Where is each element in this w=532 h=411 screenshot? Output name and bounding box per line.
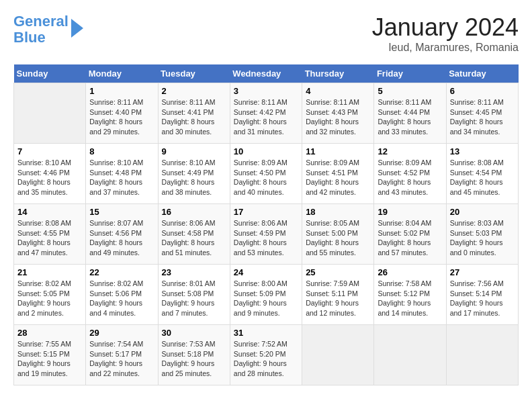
logo-text: General Blue <box>13 13 69 46</box>
day-info: Sunrise: 8:08 AMSunset: 4:54 PMDaylight:… <box>450 158 515 197</box>
day-info: Sunrise: 8:11 AMSunset: 4:45 PMDaylight:… <box>450 97 515 137</box>
day-number: 6 <box>450 86 515 96</box>
calendar-cell <box>14 83 86 144</box>
calendar-cell: 15 Sunrise: 8:07 AMSunset: 4:56 PMDaylig… <box>86 204 158 265</box>
calendar-cell: 16 Sunrise: 8:06 AMSunset: 4:58 PMDaylig… <box>158 204 230 265</box>
day-info: Sunrise: 8:11 AMSunset: 4:42 PMDaylight:… <box>234 97 298 137</box>
day-info: Sunrise: 8:11 AMSunset: 4:41 PMDaylight:… <box>162 97 226 137</box>
day-number: 18 <box>306 207 370 217</box>
day-info: Sunrise: 8:08 AMSunset: 4:55 PMDaylight:… <box>17 218 82 258</box>
calendar-cell: 23 Sunrise: 8:01 AMSunset: 5:08 PMDaylig… <box>158 265 230 325</box>
day-number: 15 <box>89 207 154 217</box>
day-number: 13 <box>450 146 515 156</box>
day-info: Sunrise: 8:00 AMSunset: 5:09 PMDaylight:… <box>234 279 298 318</box>
day-info: Sunrise: 8:02 AMSunset: 5:05 PMDaylight:… <box>17 279 82 318</box>
day-number: 5 <box>378 86 442 96</box>
day-number: 28 <box>17 328 82 338</box>
day-number: 10 <box>234 146 298 156</box>
col-monday: Monday <box>86 64 158 83</box>
logo-blue: Blue <box>13 29 46 46</box>
calendar-cell: 5 Sunrise: 8:11 AMSunset: 4:44 PMDayligh… <box>374 83 446 144</box>
calendar-week-row: 1 Sunrise: 8:11 AMSunset: 4:40 PMDayligh… <box>14 83 519 144</box>
calendar-cell: 11 Sunrise: 8:09 AMSunset: 4:51 PMDaylig… <box>302 144 374 204</box>
logo: General Blue <box>13 13 83 46</box>
calendar-week-row: 7 Sunrise: 8:10 AMSunset: 4:46 PMDayligh… <box>14 144 519 204</box>
logo-general: General <box>13 13 69 30</box>
day-info: Sunrise: 8:11 AMSunset: 4:40 PMDaylight:… <box>89 97 154 137</box>
calendar-cell: 9 Sunrise: 8:10 AMSunset: 4:49 PMDayligh… <box>158 144 230 204</box>
day-info: Sunrise: 8:10 AMSunset: 4:49 PMDaylight:… <box>162 158 226 197</box>
day-number: 16 <box>162 207 226 217</box>
day-info: Sunrise: 8:06 AMSunset: 4:59 PMDaylight:… <box>234 218 298 258</box>
day-number: 23 <box>162 267 226 277</box>
day-number: 12 <box>378 146 442 156</box>
day-info: Sunrise: 8:09 AMSunset: 4:50 PMDaylight:… <box>234 158 298 197</box>
day-info: Sunrise: 8:03 AMSunset: 5:03 PMDaylight:… <box>450 218 515 258</box>
day-number: 2 <box>162 86 226 96</box>
day-number: 26 <box>378 267 442 277</box>
day-number: 14 <box>17 207 82 217</box>
day-number: 1 <box>89 86 154 96</box>
calendar-cell: 10 Sunrise: 8:09 AMSunset: 4:50 PMDaylig… <box>230 144 302 204</box>
day-info: Sunrise: 7:59 AMSunset: 5:11 PMDaylight:… <box>306 279 370 318</box>
day-info: Sunrise: 7:52 AMSunset: 5:20 PMDaylight:… <box>234 339 298 379</box>
day-info: Sunrise: 8:09 AMSunset: 4:51 PMDaylight:… <box>306 158 370 197</box>
day-number: 11 <box>306 146 370 156</box>
calendar-week-row: 14 Sunrise: 8:08 AMSunset: 4:55 PMDaylig… <box>14 204 519 265</box>
day-info: Sunrise: 8:06 AMSunset: 4:58 PMDaylight:… <box>162 218 226 258</box>
day-number: 17 <box>234 207 298 217</box>
calendar-cell: 3 Sunrise: 8:11 AMSunset: 4:42 PMDayligh… <box>230 83 302 144</box>
col-sunday: Sunday <box>14 64 86 83</box>
calendar-cell: 30 Sunrise: 7:53 AMSunset: 5:18 PMDaylig… <box>158 325 230 385</box>
day-info: Sunrise: 8:11 AMSunset: 4:43 PMDaylight:… <box>306 97 370 137</box>
day-number: 8 <box>89 146 154 156</box>
calendar-week-row: 21 Sunrise: 8:02 AMSunset: 5:05 PMDaylig… <box>14 265 519 325</box>
day-info: Sunrise: 7:55 AMSunset: 5:15 PMDaylight:… <box>17 339 82 379</box>
calendar-header-row: Sunday Monday Tuesday Wednesday Thursday… <box>14 64 519 83</box>
calendar-cell: 28 Sunrise: 7:55 AMSunset: 5:15 PMDaylig… <box>14 325 86 385</box>
col-friday: Friday <box>374 64 446 83</box>
day-number: 22 <box>89 267 154 277</box>
day-info: Sunrise: 8:01 AMSunset: 5:08 PMDaylight:… <box>162 279 226 318</box>
day-number: 19 <box>378 207 442 217</box>
col-tuesday: Tuesday <box>158 64 230 83</box>
day-info: Sunrise: 7:56 AMSunset: 5:14 PMDaylight:… <box>450 279 515 318</box>
calendar-cell: 26 Sunrise: 7:58 AMSunset: 5:12 PMDaylig… <box>374 265 446 325</box>
day-info: Sunrise: 8:02 AMSunset: 5:06 PMDaylight:… <box>89 279 154 318</box>
calendar-cell: 21 Sunrise: 8:02 AMSunset: 5:05 PMDaylig… <box>14 265 86 325</box>
calendar-cell: 6 Sunrise: 8:11 AMSunset: 4:45 PMDayligh… <box>446 83 518 144</box>
calendar-cell: 4 Sunrise: 8:11 AMSunset: 4:43 PMDayligh… <box>302 83 374 144</box>
calendar-cell: 17 Sunrise: 8:06 AMSunset: 4:59 PMDaylig… <box>230 204 302 265</box>
calendar-week-row: 28 Sunrise: 7:55 AMSunset: 5:15 PMDaylig… <box>14 325 519 385</box>
calendar-cell: 13 Sunrise: 8:08 AMSunset: 4:54 PMDaylig… <box>446 144 518 204</box>
calendar-cell <box>374 325 446 385</box>
calendar-cell: 19 Sunrise: 8:04 AMSunset: 5:02 PMDaylig… <box>374 204 446 265</box>
calendar-cell <box>302 325 374 385</box>
day-info: Sunrise: 8:10 AMSunset: 4:48 PMDaylight:… <box>89 158 154 197</box>
day-info: Sunrise: 7:54 AMSunset: 5:17 PMDaylight:… <box>89 339 154 379</box>
day-number: 25 <box>306 267 370 277</box>
day-number: 20 <box>450 207 515 217</box>
day-info: Sunrise: 8:04 AMSunset: 5:02 PMDaylight:… <box>378 218 442 258</box>
calendar-cell: 1 Sunrise: 8:11 AMSunset: 4:40 PMDayligh… <box>86 83 158 144</box>
title-block: January 2024 Ieud, Maramures, Romania <box>372 13 519 54</box>
calendar-cell: 7 Sunrise: 8:10 AMSunset: 4:46 PMDayligh… <box>14 144 86 204</box>
calendar-cell: 12 Sunrise: 8:09 AMSunset: 4:52 PMDaylig… <box>374 144 446 204</box>
col-wednesday: Wednesday <box>230 64 302 83</box>
day-number: 29 <box>89 328 154 338</box>
logo-arrow-icon <box>71 19 83 38</box>
calendar-cell: 24 Sunrise: 8:00 AMSunset: 5:09 PMDaylig… <box>230 265 302 325</box>
day-number: 31 <box>234 328 298 338</box>
day-number: 9 <box>162 146 226 156</box>
calendar-cell: 27 Sunrise: 7:56 AMSunset: 5:14 PMDaylig… <box>446 265 518 325</box>
calendar-cell: 22 Sunrise: 8:02 AMSunset: 5:06 PMDaylig… <box>86 265 158 325</box>
month-title: January 2024 <box>372 13 519 42</box>
calendar-cell <box>446 325 518 385</box>
day-number: 30 <box>162 328 226 338</box>
calendar-cell: 18 Sunrise: 8:05 AMSunset: 5:00 PMDaylig… <box>302 204 374 265</box>
calendar-cell: 25 Sunrise: 7:59 AMSunset: 5:11 PMDaylig… <box>302 265 374 325</box>
day-number: 24 <box>234 267 298 277</box>
day-number: 7 <box>17 146 82 156</box>
calendar-cell: 8 Sunrise: 8:10 AMSunset: 4:48 PMDayligh… <box>86 144 158 204</box>
day-number: 21 <box>17 267 82 277</box>
